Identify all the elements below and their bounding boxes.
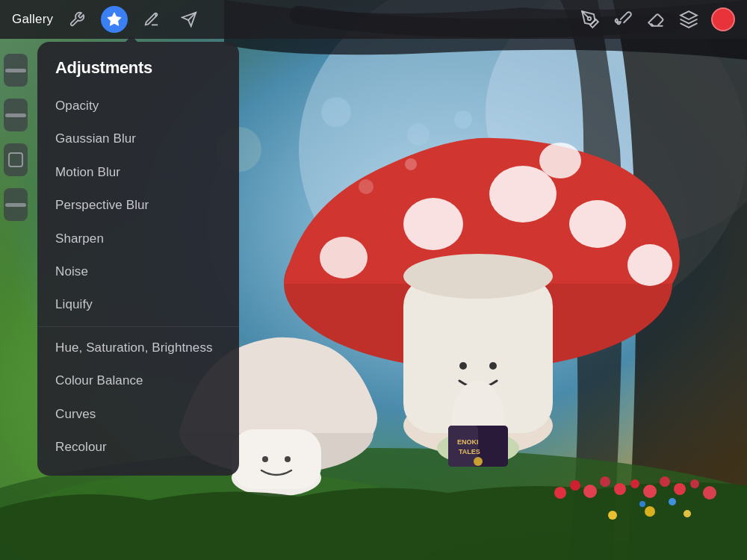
adjustment-item-hue-saturation[interactable]: Hue, Saturation, Brightness bbox=[37, 332, 239, 364]
svg-point-37 bbox=[690, 479, 699, 488]
svg-point-39 bbox=[608, 511, 617, 520]
slider-indicator-3 bbox=[5, 203, 26, 207]
adjustment-item-gaussian-blur[interactable]: Gaussian Blur bbox=[37, 122, 239, 155]
adjustments-separator bbox=[37, 326, 239, 327]
svg-point-32 bbox=[614, 483, 626, 495]
svg-point-33 bbox=[630, 479, 639, 488]
adjustment-item-curves[interactable]: Curves bbox=[37, 398, 239, 431]
sidebar-slider-3[interactable] bbox=[4, 188, 28, 221]
svg-point-30 bbox=[583, 485, 597, 498]
svg-point-8 bbox=[403, 198, 463, 250]
send-button[interactable] bbox=[176, 6, 202, 33]
svg-point-27 bbox=[474, 457, 483, 466]
gallery-button[interactable]: Gallery bbox=[12, 12, 53, 27]
svg-point-46 bbox=[407, 123, 430, 146]
svg-point-49 bbox=[454, 111, 472, 128]
svg-point-20 bbox=[285, 456, 291, 462]
svg-point-45 bbox=[321, 97, 351, 127]
svg-point-15 bbox=[489, 362, 497, 370]
layers-button[interactable] bbox=[678, 9, 699, 30]
svg-point-12 bbox=[320, 237, 368, 279]
adjustment-item-noise[interactable]: Noise bbox=[37, 255, 239, 288]
svg-point-7 bbox=[403, 254, 553, 299]
svg-point-19 bbox=[262, 456, 268, 462]
svg-point-42 bbox=[669, 498, 676, 505]
svg-point-9 bbox=[489, 166, 557, 223]
adjustment-item-motion-blur[interactable]: Motion Blur bbox=[37, 156, 239, 189]
sidebar-slider-2[interactable] bbox=[4, 99, 28, 131]
svg-point-28 bbox=[554, 487, 566, 499]
svg-point-52 bbox=[588, 17, 591, 20]
svg-point-36 bbox=[674, 483, 686, 495]
svg-point-35 bbox=[660, 476, 670, 487]
svg-point-31 bbox=[600, 476, 610, 487]
toolbar: Gallery bbox=[0, 0, 747, 39]
adjustment-item-sharpen[interactable]: Sharpen bbox=[37, 223, 239, 255]
svg-point-11 bbox=[627, 244, 672, 286]
brush-tool-button[interactable] bbox=[613, 9, 633, 30]
toolbar-right bbox=[580, 7, 735, 31]
sidebar-slider-1[interactable] bbox=[4, 54, 28, 87]
svg-point-47 bbox=[359, 179, 374, 194]
svg-point-43 bbox=[639, 501, 645, 507]
checkbox-indicator bbox=[8, 152, 23, 167]
svg-point-14 bbox=[459, 362, 467, 370]
adjustment-item-opacity[interactable]: Opacity bbox=[37, 90, 239, 122]
wrench-button[interactable] bbox=[63, 6, 90, 33]
slider-indicator-2 bbox=[5, 113, 26, 117]
adjustments-title: Adjustments bbox=[37, 58, 239, 90]
svg-rect-24 bbox=[448, 426, 478, 467]
adjustment-item-perspective-blur[interactable]: Perspective Blur bbox=[37, 189, 239, 222]
adjustment-item-recolour[interactable]: Recolour bbox=[37, 431, 239, 464]
svg-point-29 bbox=[570, 480, 580, 491]
adjustments-panel: Adjustments Opacity Gaussian Blur Motion… bbox=[37, 42, 239, 476]
adjustment-item-liquify[interactable]: Liquify bbox=[37, 288, 239, 321]
svg-text:ENOKI: ENOKI bbox=[457, 438, 479, 446]
adjustment-item-colour-balance[interactable]: Colour Balance bbox=[37, 364, 239, 397]
svg-point-10 bbox=[569, 200, 626, 248]
sidebar-checkbox[interactable] bbox=[4, 143, 28, 176]
toolbar-left: Gallery bbox=[12, 6, 202, 33]
svg-rect-18 bbox=[232, 429, 321, 489]
color-picker-button[interactable] bbox=[711, 7, 735, 31]
smudge-tool-button[interactable] bbox=[645, 9, 666, 30]
svg-point-41 bbox=[684, 510, 691, 517]
left-sidebar bbox=[0, 39, 31, 560]
slider-indicator bbox=[5, 69, 26, 72]
svg-point-40 bbox=[645, 506, 655, 517]
svg-point-34 bbox=[643, 485, 657, 498]
svg-point-48 bbox=[405, 158, 417, 170]
adjustments-button[interactable] bbox=[101, 6, 128, 33]
svg-point-38 bbox=[703, 486, 716, 500]
svg-text:TALES: TALES bbox=[459, 448, 480, 455]
pen-tool-button[interactable] bbox=[580, 9, 601, 30]
sketch-button[interactable] bbox=[138, 6, 165, 33]
svg-point-13 bbox=[539, 143, 581, 178]
svg-marker-53 bbox=[681, 11, 697, 19]
